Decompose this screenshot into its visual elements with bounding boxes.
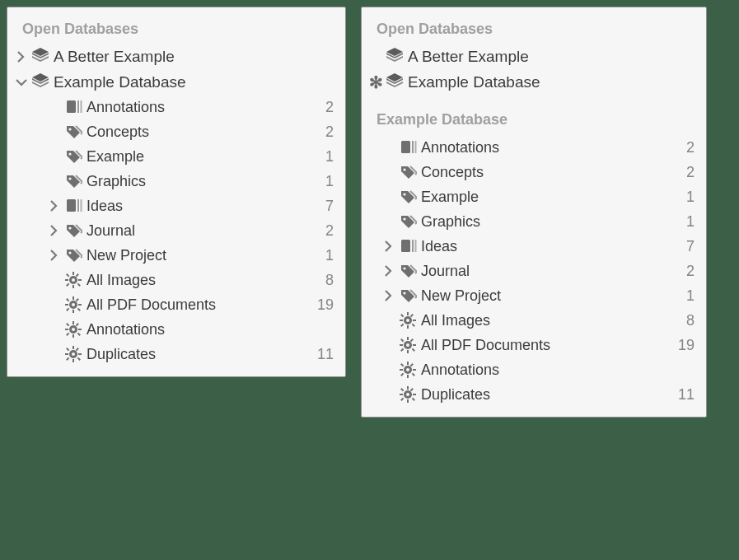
group-icon <box>396 236 419 256</box>
chevron-right-icon[interactable] <box>47 223 62 238</box>
sidebar-item-label: New Project <box>85 246 317 265</box>
sidebar-item-label: Journal <box>419 262 678 281</box>
sidebar-item-label: Duplicates <box>419 385 670 404</box>
sidebar-item[interactable]: Annotations2 <box>7 95 345 119</box>
tag-icon <box>62 171 85 191</box>
database-label: A Better Example <box>406 47 695 68</box>
database-row[interactable]: ✻Example Database <box>362 70 706 96</box>
item-count: 1 <box>317 172 334 191</box>
sidebar-item-label: All PDF Documents <box>85 296 309 315</box>
section-header-example-database: Example Database <box>362 106 706 135</box>
spacer <box>362 95 706 106</box>
tag-icon <box>396 286 419 306</box>
group-icon <box>62 97 85 117</box>
sidebar-item[interactable]: Concepts2 <box>362 160 706 184</box>
database-row[interactable]: Example Database <box>7 70 345 96</box>
tag-icon <box>62 245 85 265</box>
gear-icon <box>396 310 419 330</box>
database-label: Example Database <box>406 72 695 93</box>
sidebar-item-label: All PDF Documents <box>419 336 670 355</box>
sidebar-item[interactable]: All Images8 <box>362 308 706 333</box>
sidebar-item[interactable]: Annotations <box>362 357 706 382</box>
chevron-down-icon[interactable] <box>14 75 29 90</box>
sidebar-item-label: Example <box>419 188 678 207</box>
item-count: 8 <box>678 311 695 330</box>
sidebar-item[interactable]: New Project1 <box>362 283 706 308</box>
gear-icon <box>62 344 85 364</box>
sidebar-item[interactable]: New Project1 <box>7 243 345 268</box>
database-label: Example Database <box>52 72 334 93</box>
sidebar-item-label: Concepts <box>419 163 678 182</box>
item-count: 19 <box>670 336 695 355</box>
item-count: 2 <box>317 98 334 117</box>
sidebar-item[interactable]: Journal2 <box>362 259 706 283</box>
item-count: 1 <box>678 287 695 306</box>
item-count: 1 <box>317 246 334 265</box>
group-icon <box>62 196 85 216</box>
item-count: 7 <box>678 237 695 256</box>
sidebar-item-label: Annotations <box>85 98 317 117</box>
gear-icon <box>396 335 419 355</box>
chevron-right-icon[interactable] <box>14 49 29 64</box>
sidebar-item[interactable]: Annotations2 <box>362 135 706 160</box>
sidebar-item-label: All Images <box>419 311 678 330</box>
database-icon <box>383 72 406 92</box>
sidebar-item-label: Graphics <box>85 172 317 191</box>
chevron-right-icon[interactable] <box>47 198 62 213</box>
chevron-right-icon[interactable] <box>381 239 396 254</box>
sidebar-item[interactable]: All Images8 <box>7 268 345 292</box>
item-count: 2 <box>678 262 695 281</box>
section-header-open-databases: Open Databases <box>7 16 345 44</box>
sidebar-item[interactable]: Example1 <box>7 144 345 169</box>
sidebar-item[interactable]: Annotations <box>7 317 345 342</box>
sidebar-item[interactable]: All PDF Documents19 <box>362 333 706 357</box>
sidebar-item[interactable]: All PDF Documents19 <box>7 292 345 317</box>
database-row[interactable]: A Better Example <box>362 44 706 70</box>
sidebar-item[interactable]: Graphics1 <box>362 209 706 234</box>
sidebar-item[interactable]: Ideas7 <box>7 194 345 218</box>
database-list: A Better ExampleExample Database <box>7 44 345 95</box>
chevron-right-icon[interactable] <box>381 288 396 303</box>
item-count: 2 <box>678 138 695 157</box>
sidebar-item[interactable]: Example1 <box>362 184 706 209</box>
item-count: 19 <box>309 296 334 315</box>
item-count: 2 <box>317 123 334 142</box>
section-header-open-databases: Open Databases <box>362 16 706 44</box>
gear-icon <box>62 295 85 315</box>
database-icon <box>29 72 52 92</box>
database-row[interactable]: A Better Example <box>7 44 345 70</box>
item-count: 7 <box>317 197 334 216</box>
item-count: 2 <box>678 163 695 182</box>
sidebar-item[interactable]: Concepts2 <box>7 119 345 144</box>
sidebar-item-label: Ideas <box>419 237 678 256</box>
sidebar-item-label: Annotations <box>85 320 325 339</box>
item-count: 1 <box>678 212 695 231</box>
sidebar-item-label: Annotations <box>419 138 678 157</box>
sidebar-panel-left: Open Databases A Better ExampleExample D… <box>7 7 346 377</box>
sidebar-item[interactable]: Duplicates11 <box>7 342 345 366</box>
database-icon <box>383 47 406 67</box>
tag-icon <box>62 147 85 166</box>
sidebar-item[interactable]: Graphics1 <box>7 169 345 194</box>
chevron-right-icon[interactable] <box>381 264 396 278</box>
sidebar-item-label: Journal <box>85 222 317 240</box>
item-count: 1 <box>678 188 695 207</box>
tag-icon <box>396 212 419 231</box>
sidebar-item-label: Graphics <box>419 212 678 231</box>
sidebar-panel-right: Open Databases A Better Example✻Example … <box>361 7 707 418</box>
sidebar-item-label: New Project <box>419 287 678 306</box>
gear-icon <box>396 360 419 380</box>
tag-icon <box>62 221 85 240</box>
chevron-right-icon[interactable] <box>47 248 62 263</box>
sidebar-item[interactable]: Ideas7 <box>362 234 706 259</box>
tag-icon <box>396 162 419 182</box>
tag-icon <box>62 122 85 142</box>
gear-icon <box>62 320 85 339</box>
gear-icon <box>62 270 85 290</box>
sidebar-item[interactable]: Journal2 <box>7 218 345 243</box>
sidebar-item-label: All Images <box>85 271 317 290</box>
sidebar-item[interactable]: Duplicates11 <box>362 382 706 407</box>
sidebar-item-label: Ideas <box>85 197 317 216</box>
item-count: 8 <box>317 271 334 290</box>
gear-icon <box>396 385 419 404</box>
